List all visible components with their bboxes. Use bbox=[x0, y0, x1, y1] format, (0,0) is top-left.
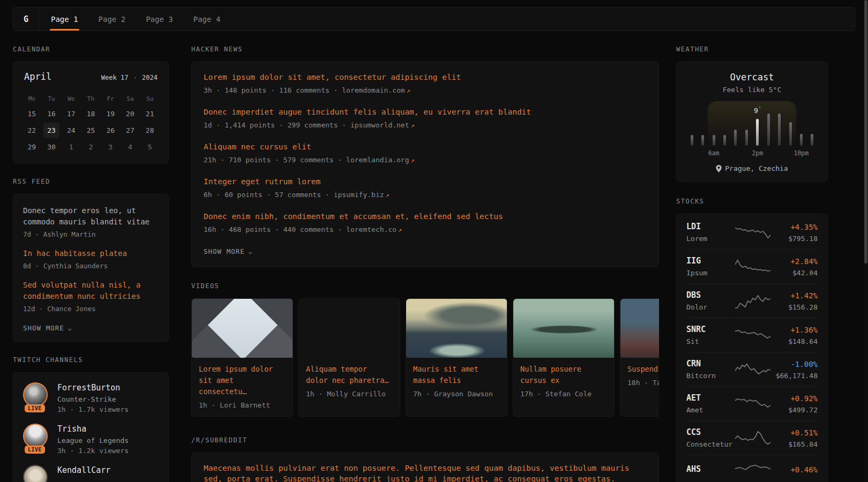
stock-row[interactable]: DBS Dolor +1.42% $156.28 bbox=[685, 284, 819, 318]
page-tab-page-3[interactable]: Page 3 bbox=[146, 7, 173, 31]
news-item-domain-link[interactable]: loremdomain.com bbox=[342, 86, 405, 94]
calendar-day-cell: 15 bbox=[22, 106, 42, 122]
videos-section-title: VIDEOS bbox=[191, 282, 659, 290]
subreddit-widget: Maecenas mollis pulvinar erat non posuer… bbox=[191, 453, 659, 482]
stock-change: +0.92% bbox=[772, 394, 818, 403]
calendar-weekday-label: Mo bbox=[22, 92, 42, 106]
page-tab-page-2[interactable]: Page 2 bbox=[99, 7, 126, 31]
weather-bar-slot bbox=[730, 130, 741, 146]
stock-row[interactable]: AET Amet +0.92% $499.72 bbox=[685, 387, 819, 421]
external-link-icon: ↗ bbox=[405, 87, 410, 94]
news-item-domain-link[interactable]: ipsumworld.net bbox=[350, 121, 409, 129]
stock-sparkline bbox=[734, 395, 772, 413]
news-item-title-link[interactable]: Donec imperdiet augue tincidunt felis al… bbox=[204, 107, 647, 117]
video-title-link[interactable]: Mauris sit amet massa felis bbox=[413, 364, 500, 386]
stock-row[interactable]: IIG Ipsum +2.84% $42.04 bbox=[685, 250, 819, 284]
stock-row[interactable]: LDI Lorem +4.35% $795.18 bbox=[685, 215, 819, 250]
video-card[interactable]: Suspendisse diam 18h · Tara bbox=[620, 298, 659, 417]
hackernews-show-more-button[interactable]: SHOW MORE ⌄ bbox=[204, 247, 252, 255]
rss-feed-list: Donec tempor eros leo, ut commodo mauris… bbox=[23, 205, 159, 313]
rss-item-title-link[interactable]: Sed volutpat nulla nisl, a condimentum n… bbox=[23, 280, 159, 302]
stock-change: +4.35% bbox=[772, 222, 818, 232]
weather-bar-slot bbox=[719, 135, 730, 146]
video-card[interactable]: Lorem ipsum dolor sit amet consectetu… 1… bbox=[191, 298, 293, 417]
news-item-title-link[interactable]: Aliquam nec cursus elit bbox=[204, 141, 647, 152]
external-link-icon: ↗ bbox=[384, 191, 390, 199]
calendar-week-label: Week 17 bbox=[101, 74, 129, 81]
stocks-widget: LDI Lorem +4.35% $795.18 IIG Ipsum +2.84… bbox=[676, 214, 828, 482]
rss-show-more-label: SHOW MORE bbox=[23, 324, 64, 332]
weather-tick-6am: 6am bbox=[708, 149, 720, 157]
calendar-weekday-label: Sa bbox=[121, 92, 140, 106]
rss-feed-item: Sed volutpat nulla nisl, a condimentum n… bbox=[23, 280, 159, 313]
twitch-channel-row[interactable]: KendallCarr bbox=[23, 465, 159, 482]
subreddit-section-title: /R/SUBREDDIT bbox=[191, 436, 659, 444]
map-pin-icon bbox=[716, 165, 722, 172]
stock-price: $66,171.48 bbox=[772, 372, 818, 380]
calendar-weekday-label: Th bbox=[81, 92, 101, 106]
left-column: CALENDAR April Week 17 · 2024 MoTuWeThFr… bbox=[13, 46, 169, 482]
page-tab-page-1[interactable]: Page 1 bbox=[51, 7, 78, 31]
stock-sparkline bbox=[734, 462, 772, 480]
news-item-domain-link[interactable]: loremtech.co bbox=[346, 225, 396, 234]
page-tab-label: Page 1 bbox=[51, 15, 78, 24]
page-tab-page-4[interactable]: Page 4 bbox=[193, 7, 221, 31]
calendar-section-title: CALENDAR bbox=[13, 46, 169, 53]
calendar-widget: April Week 17 · 2024 MoTuWeThFrSaSu15161… bbox=[13, 62, 169, 163]
video-title-link[interactable]: Suspendisse diam bbox=[627, 364, 659, 375]
news-item-domain-link[interactable]: loremlandia.org bbox=[346, 156, 409, 164]
calendar-day-cell: 1 bbox=[61, 139, 81, 155]
stock-name: Amet bbox=[686, 406, 734, 414]
video-title-link[interactable]: Lorem ipsum dolor sit amet consectetu… bbox=[199, 364, 286, 397]
calendar-week-year: Week 17 · 2024 bbox=[101, 74, 158, 81]
rss-item-meta: 12d · Chance Jones bbox=[23, 305, 159, 313]
calendar-day-cell: 27 bbox=[121, 122, 140, 139]
news-item-title-link[interactable]: Integer eget rutrum lorem bbox=[204, 176, 647, 187]
external-link-icon: ↗ bbox=[409, 156, 415, 164]
news-item-stats: 3h · 148 points · 116 comments · bbox=[204, 86, 342, 94]
video-card[interactable]: Mauris sit amet massa felis 7h · Grayson… bbox=[406, 298, 507, 417]
calendar-day-cell: 5 bbox=[140, 139, 160, 155]
news-item-title-link[interactable]: Maecenas mollis pulvinar erat non posuer… bbox=[204, 463, 647, 482]
video-title-link[interactable]: Aliquam tempor dolor nec pharetra… bbox=[306, 364, 393, 386]
news-item-title-link[interactable]: Donec enim nibh, condimentum et accumsan… bbox=[204, 211, 647, 222]
calendar-day-cell: 17 bbox=[61, 106, 81, 122]
news-item-domain-link[interactable]: ipsumify.biz bbox=[334, 191, 384, 199]
calendar-day-cell: 23 bbox=[42, 122, 62, 139]
weather-bar bbox=[713, 135, 715, 146]
stock-row[interactable]: CRN Bitcorn -1.00% $66,171.48 bbox=[685, 352, 819, 387]
video-meta: 1h · Molly Carrillo bbox=[306, 390, 393, 398]
channel-avatar bbox=[23, 424, 48, 448]
rss-item-title-link[interactable]: In hac habitasse platea bbox=[23, 248, 159, 259]
stock-row[interactable]: CCS Consectetur +0.51% $165.84 bbox=[685, 421, 819, 455]
stock-ticker: AET bbox=[686, 393, 734, 403]
calendar-day-cell: 2 bbox=[81, 139, 101, 155]
twitch-channel-row[interactable]: LIVE ForrestBurton Counter-Strike 1h · 1… bbox=[23, 382, 159, 413]
channel-avatar bbox=[23, 382, 48, 407]
stock-sparkline bbox=[734, 429, 772, 447]
stock-name: Bitcorn bbox=[686, 372, 734, 380]
weather-hourly-chart: 9° 6am2pm10pm bbox=[686, 101, 818, 157]
calendar-weekday-label: We bbox=[61, 92, 81, 106]
weather-bar-slot bbox=[763, 114, 774, 146]
twitch-channel-list: LIVE ForrestBurton Counter-Strike 1h · 1… bbox=[23, 382, 159, 482]
video-card[interactable]: Nullam posuere cursus ex 17h · Stefan Co… bbox=[513, 298, 615, 417]
hackernews-list: Lorem ipsum dolor sit amet, consectetur … bbox=[204, 72, 647, 234]
scrollbar-thumb[interactable] bbox=[864, 0, 867, 263]
rss-show-more-button[interactable]: SHOW MORE ⌄ bbox=[23, 324, 72, 332]
calendar-weekday-label: Fr bbox=[101, 92, 121, 106]
calendar-month: April bbox=[24, 71, 51, 82]
dashboard-page: G Page 1Page 2Page 3Page 4 CALENDAR Apri… bbox=[0, 0, 868, 482]
stock-change: -1.00% bbox=[772, 359, 818, 369]
stock-row[interactable]: AHS +0.46% bbox=[685, 455, 819, 482]
news-item-stats: 16h · 468 points · 440 comments · bbox=[204, 225, 346, 234]
stock-row[interactable]: SNRC Sit +1.36% $148.64 bbox=[685, 318, 819, 352]
channel-name: ForrestBurton bbox=[57, 382, 129, 393]
video-title-link[interactable]: Nullam posuere cursus ex bbox=[520, 364, 607, 386]
news-item-stats: 21h · 710 points · 579 comments · bbox=[204, 156, 346, 164]
app-logo[interactable]: G bbox=[13, 7, 39, 31]
video-card[interactable]: Aliquam tempor dolor nec pharetra… 1h · … bbox=[298, 298, 400, 417]
rss-item-title-link[interactable]: Donec tempor eros leo, ut commodo mauris… bbox=[23, 205, 159, 228]
twitch-channel-row[interactable]: LIVE Trisha League of Legends 3h · 1.2k … bbox=[23, 424, 159, 455]
news-item-title-link[interactable]: Lorem ipsum dolor sit amet, consectetur … bbox=[204, 72, 647, 82]
